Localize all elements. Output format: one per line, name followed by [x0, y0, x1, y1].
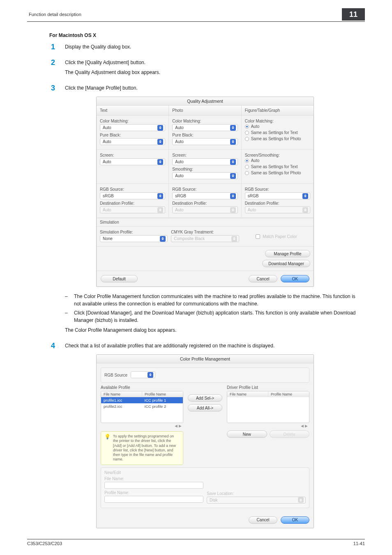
manage-profile-button[interactable]: Manage Profile [265, 250, 310, 257]
default-button[interactable]: Default [101, 275, 138, 282]
chevron-updown-icon [230, 125, 236, 131]
dialog-title: Quality Adjustment [97, 97, 314, 106]
footer-model: C353/C253/C203 [27, 541, 62, 546]
select-text-color-matching[interactable]: Auto [100, 124, 165, 131]
step-number: 2 [49, 59, 55, 67]
radio-figure-auto[interactable]: Auto [245, 124, 260, 129]
save-location-label: Save Location: [207, 491, 306, 496]
available-profile-list[interactable]: File Name Profile Name profile1.iccICC p… [101, 391, 183, 423]
chevron-updown-icon [302, 193, 308, 199]
list-item[interactable]: profile1.iccICC profile 1 [101, 397, 183, 403]
select-sim-profile[interactable]: None [100, 235, 168, 242]
new-edit-label: New/Edit [104, 470, 306, 475]
profile-name-input [104, 496, 203, 503]
chevron-updown-icon [230, 139, 236, 145]
chevron-updown-icon [157, 207, 163, 213]
select-photo-smoothing[interactable]: Auto [172, 172, 238, 179]
radio-screen-same-photo[interactable]: Same as Settings for Photo [245, 171, 301, 175]
select-rgb-source[interactable] [131, 371, 155, 378]
add-sel-button[interactable]: Add Sel-> [188, 394, 222, 402]
select-photo-screen[interactable]: Auto [172, 158, 238, 165]
chevron-updown-icon [148, 372, 153, 378]
ok-button[interactable]: OK [281, 516, 309, 524]
label-rgb-source: RGB Source: [245, 187, 310, 192]
label-screen-smoothing: Screen/Smoothing: [245, 153, 310, 157]
new-button[interactable]: New [227, 430, 267, 438]
select-save-location: Disk [207, 497, 306, 504]
col-file-name: File Name [101, 391, 142, 397]
delete-button: Delete [270, 430, 310, 438]
label-dest-profile: Destination Profile: [100, 201, 165, 206]
note-text: The Color Profile Management function co… [74, 293, 361, 308]
radio-screen-same-text[interactable]: Same as Settings for Text [245, 164, 298, 169]
section-title: Function detail description [27, 12, 342, 17]
chevron-updown-icon [157, 193, 163, 199]
header-bar: Function detail description 11 [27, 8, 365, 22]
add-all-button[interactable]: Add All-> [188, 404, 222, 412]
checkbox-match-paper-color: Match Paper Color [256, 234, 297, 239]
file-name-input [104, 482, 203, 489]
label-color-matching: Color Matching: [172, 119, 238, 123]
select-photo-color-matching[interactable]: Auto [172, 124, 238, 131]
tip-box: 💡 To apply the settings programmed on th… [101, 431, 183, 465]
download-manager-button[interactable]: Download Manager [262, 260, 310, 267]
chevron-updown-icon [230, 173, 236, 179]
step-subtext: The Quality Adjustment dialog box appear… [65, 69, 361, 76]
dialog-title: Color Profile Management [97, 355, 314, 363]
label-sim-profile: Simulation Profile: [100, 230, 168, 234]
list-item[interactable]: profile2.iccICC profile 2 [101, 403, 183, 409]
label-dest-profile: Destination Profile: [245, 201, 310, 206]
step-text: Display the Quality dialog box. [65, 43, 361, 51]
page-content: For Macintosh OS X 1 Display the Quality… [49, 32, 361, 528]
new-edit-panel: New/Edit File Name: Profile Name: [101, 467, 309, 508]
label-screen: Screen: [100, 153, 165, 157]
select-text-screen[interactable]: Auto [100, 158, 165, 165]
file-name-label: File Name: [104, 476, 203, 481]
chevron-updown-icon [230, 159, 236, 165]
radio-figure-same-photo[interactable]: Same as Settings for Photo [245, 136, 301, 141]
chevron-updown-icon [302, 207, 308, 213]
step-text: Check that a list of available profiles … [65, 342, 361, 349]
chevron-updown-icon [231, 236, 237, 242]
quality-adjustment-dialog: Quality Adjustment Text Photo Figure/Tab… [96, 97, 314, 287]
select-text-pure-black[interactable]: Auto [100, 138, 165, 145]
cancel-button[interactable]: Cancel [249, 275, 277, 282]
driver-profile-list-label: Driver Profile List [227, 385, 309, 390]
col-header-text: Text [97, 106, 169, 116]
radio-figure-same-text[interactable]: Same as Settings for Text [245, 130, 298, 135]
sub-heading: For Macintosh OS X [49, 32, 361, 38]
chevron-updown-icon [230, 207, 236, 213]
select-figure-rgb-source[interactable]: sRGB [245, 192, 310, 199]
source-fieldset: RGB Source [101, 368, 309, 383]
step-text: Click the [Quality Adjustment] button. [65, 59, 361, 66]
select-text-dest-profile: Auto [100, 206, 165, 213]
cancel-button[interactable]: Cancel [249, 516, 277, 524]
label-rgb-source: RGB Source: [172, 187, 238, 192]
col-header-figure: Figure/Table/Graph [242, 106, 314, 116]
label-color-matching: Color Matching: [100, 119, 165, 123]
label-cmyk-gray: CMYK Gray Treatment: [171, 230, 239, 234]
select-text-rgb-source[interactable]: sRGB [100, 192, 165, 199]
chevron-updown-icon [157, 159, 163, 165]
step-subtext: The Color Profile Management dialog box … [65, 326, 361, 334]
chevron-updown-icon [157, 125, 163, 131]
step-number: 1 [49, 43, 55, 51]
col-file-name: File Name [227, 391, 268, 397]
select-photo-dest-profile: Auto [172, 206, 238, 213]
radio-screen-auto[interactable]: Auto [245, 158, 260, 163]
select-photo-pure-black[interactable]: Auto [172, 138, 238, 145]
select-photo-rgb-source[interactable]: sRGB [172, 192, 238, 199]
profile-name-label: Profile Name: [104, 490, 203, 495]
step-number: 3 [49, 84, 55, 92]
chevron-updown-icon [230, 193, 236, 199]
ok-button[interactable]: OK [281, 275, 309, 282]
col-profile-name: Profile Name [268, 391, 309, 397]
footer-page: 11-41 [353, 541, 365, 546]
chevron-updown-icon [160, 236, 166, 242]
driver-profile-list[interactable]: File Name Profile Name [227, 391, 309, 423]
note-text: Click [Download Manager], and the Downlo… [74, 309, 361, 324]
label-rgb-source: RGB Source: [100, 187, 165, 192]
label-dest-profile: Destination Profile: [172, 201, 238, 206]
step-number: 4 [49, 342, 55, 350]
select-figure-dest-profile: Auto [245, 206, 310, 213]
